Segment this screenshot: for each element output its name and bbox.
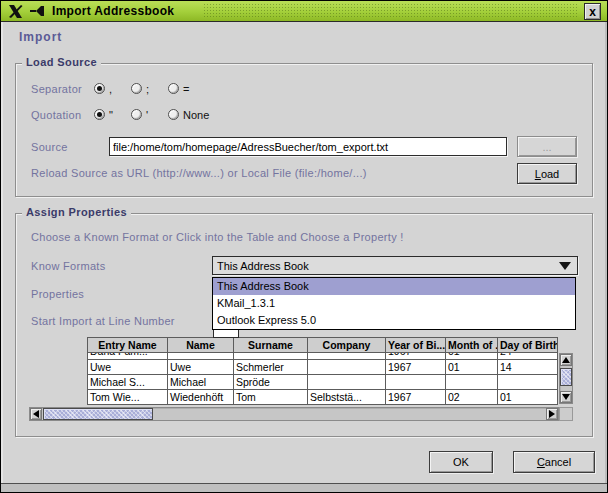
quotation-doublequote-label: " (109, 109, 113, 121)
table-cell[interactable]: 01 (498, 390, 558, 405)
table-cell[interactable]: Schmerler (234, 360, 308, 375)
column-header[interactable]: Name (168, 338, 234, 353)
load-source-group-title: Load Source (22, 56, 101, 68)
table-cell[interactable]: Wiedenhöft (168, 390, 234, 405)
table-cell[interactable] (308, 360, 386, 375)
table-cell[interactable]: 14 (498, 360, 558, 375)
browse-button[interactable]: ... (517, 136, 577, 157)
quotation-label: Quotation (31, 109, 81, 121)
table-cell[interactable]: 1967 (386, 353, 446, 360)
column-header[interactable]: Company (308, 338, 386, 353)
table-cell[interactable]: 1967 (386, 390, 446, 405)
scroll-right-button[interactable] (546, 408, 558, 420)
start-line-input[interactable] (213, 329, 239, 338)
page-title: Import (19, 30, 62, 44)
titlebar-texture (203, 3, 579, 19)
popup-item-this-address-book[interactable]: This Address Book (213, 278, 575, 295)
table-cell[interactable]: Michael S... (88, 375, 168, 390)
up-arrow-icon (562, 357, 570, 363)
quotation-singlequote-radio[interactable] (131, 109, 142, 120)
table-cell[interactable]: Uwe (168, 360, 234, 375)
know-formats-label: Know Formats (31, 260, 106, 272)
table-cell[interactable]: Spröde (234, 375, 308, 390)
quotation-singlequote-label: ' (146, 109, 148, 121)
table-cell[interactable]: 01 (446, 360, 498, 375)
table-row-partial: Dana Fam... 1967 01 24 (88, 353, 558, 360)
table-cell[interactable]: Tom Wie... (88, 390, 168, 405)
table-cell[interactable] (308, 353, 386, 360)
close-icon: x (589, 6, 596, 18)
scroll-left-button[interactable] (30, 408, 42, 420)
vertical-scrollbar-thumb[interactable] (560, 368, 572, 386)
load-button-label: Load (535, 168, 559, 180)
table-cell[interactable] (234, 353, 308, 360)
popup-item-kmail[interactable]: KMail_1.3.1 (213, 295, 575, 312)
table-cell[interactable]: Uwe (88, 360, 168, 375)
separator-semicolon-radio[interactable] (131, 83, 142, 94)
ok-button-label: OK (453, 456, 469, 468)
table-row: Tom Wie... Wiedenhöft Tom Selbststä... 1… (88, 390, 558, 405)
x11-logo-icon (8, 4, 23, 19)
column-header[interactable]: Surname (234, 338, 308, 353)
know-formats-combobox[interactable]: This Address Book (212, 256, 578, 275)
horizontal-scrollbar[interactable] (29, 407, 559, 421)
browse-button-label: ... (542, 141, 551, 153)
know-formats-value: This Address Book (213, 260, 559, 272)
ok-button[interactable]: OK (429, 451, 493, 473)
chevron-down-icon (559, 262, 571, 270)
table-row: Michael S... Michael Spröde (88, 375, 558, 390)
table-cell[interactable] (308, 375, 386, 390)
separator-semicolon-label: ; (146, 83, 149, 95)
cancel-button[interactable]: Cancel (513, 451, 595, 473)
table-cell[interactable]: 02 (446, 390, 498, 405)
cancel-button-label: Cancel (537, 456, 571, 468)
table-cell[interactable] (446, 375, 498, 390)
know-formats-popup: This Address Book KMail_1.3.1 Outlook Ex… (212, 277, 576, 330)
table-cell[interactable] (498, 375, 558, 390)
reload-hint-label: Reload Source as URL (http://www...) or … (31, 167, 367, 179)
assign-properties-group-title: Assign Properties (22, 206, 131, 218)
source-label: Source (31, 141, 68, 153)
quotation-none-radio[interactable] (168, 109, 179, 120)
separator-equals-radio[interactable] (168, 83, 179, 94)
left-arrow-icon (33, 410, 39, 418)
pin-icon[interactable] (30, 5, 46, 17)
close-button[interactable]: x (584, 3, 601, 20)
column-header[interactable]: Entry Name (88, 338, 168, 353)
instruction-label: Choose a Known Format or Click into the … (31, 231, 404, 243)
quotation-doublequote-radio[interactable] (94, 109, 105, 120)
popup-item-outlook-express[interactable]: Outlook Express 5.0 (213, 312, 575, 329)
horizontal-scrollbar-thumb[interactable] (43, 408, 153, 420)
column-header[interactable]: Day of Birth (498, 338, 558, 353)
window-title: Import Addressbook (52, 4, 174, 18)
scroll-up-button[interactable] (560, 354, 572, 366)
separator-comma-label: , (109, 83, 112, 95)
separator-comma-radio[interactable] (94, 83, 105, 94)
titlebar[interactable]: Import Addressbook x (1, 1, 607, 22)
table-cell[interactable]: 01 (446, 353, 498, 360)
scroll-down-button[interactable] (560, 391, 572, 403)
table-cell[interactable] (168, 353, 234, 360)
vertical-scrollbar[interactable] (559, 353, 573, 404)
column-header[interactable]: Month of ... (446, 338, 498, 353)
table-cell[interactable] (386, 375, 446, 390)
table-cell[interactable]: Selbststä... (308, 390, 386, 405)
import-addressbook-window: Import Addressbook x Import Load Source … (0, 0, 608, 493)
quotation-none-label: None (183, 109, 209, 121)
properties-label: Properties (31, 288, 84, 300)
source-input[interactable] (109, 137, 507, 156)
window-resize-edge[interactable] (1, 483, 607, 492)
import-preview-table: Entry Name Name Surname Company Year of … (87, 337, 558, 405)
scrollbar-corner (559, 407, 573, 421)
separator-equals-label: = (183, 83, 189, 95)
table-cell[interactable]: Michael (168, 375, 234, 390)
table-cell[interactable]: 24 (498, 353, 558, 360)
column-header[interactable]: Year of Bi... (386, 338, 446, 353)
start-import-label: Start Import at Line Number (31, 315, 175, 327)
right-arrow-icon (549, 410, 555, 418)
table-cell[interactable]: 1967 (386, 360, 446, 375)
table-cell[interactable]: Tom (234, 390, 308, 405)
separator-label: Separator (31, 83, 82, 95)
table-cell[interactable]: Dana Fam... (88, 353, 168, 360)
load-button[interactable]: Load (517, 163, 577, 184)
